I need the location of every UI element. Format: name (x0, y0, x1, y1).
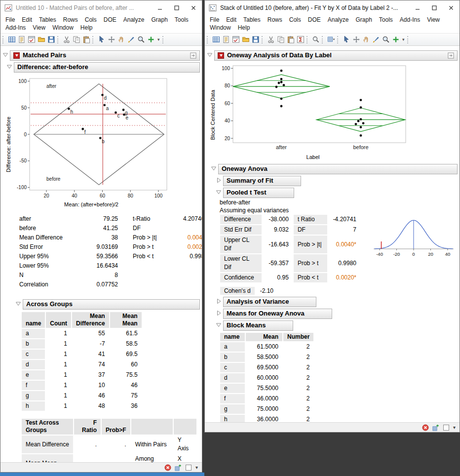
menu-doe[interactable]: DOE (100, 16, 120, 24)
plus-tool-icon[interactable] (146, 35, 156, 44)
dock-icon[interactable] (190, 52, 196, 59)
paste-icon[interactable] (81, 35, 91, 44)
minimize-button[interactable] (409, 0, 426, 15)
journal-icon[interactable] (17, 35, 27, 44)
menu-cols[interactable]: Cols (286, 16, 305, 24)
menu-rows[interactable]: Rows (264, 16, 286, 24)
move-tool-icon[interactable] (351, 35, 361, 44)
disclosure-open-icon[interactable] (216, 322, 222, 328)
menu-doe[interactable]: DOE (305, 16, 324, 24)
disclosure-open-icon[interactable] (6, 64, 13, 70)
platform-title-bar[interactable]: Oneway Analysis of Data By Label (214, 50, 458, 61)
platform-title-bar[interactable]: Matched Pairs (10, 50, 200, 61)
menu-graph[interactable]: Graph (148, 16, 171, 24)
copy-icon[interactable] (276, 35, 286, 44)
across-groups-title-bar[interactable]: Across Groups (23, 299, 200, 310)
summary-of-fit-title-bar[interactable]: Summary of Fit (223, 176, 301, 186)
status-caret-icon[interactable]: ▾ (453, 425, 456, 430)
menu-file[interactable]: File (2, 16, 18, 24)
hand-tool-icon[interactable] (116, 35, 126, 44)
titlebar[interactable]: Untitled 10 - Matched Pairs of before, a… (0, 0, 202, 15)
zoom-tool-icon[interactable] (136, 35, 146, 44)
hand-tool-icon[interactable] (361, 35, 371, 44)
menu-rows[interactable]: Rows (60, 16, 81, 24)
disclosure-open-icon[interactable] (211, 165, 217, 172)
disclosure-open-icon[interactable] (216, 189, 222, 196)
open-folder-icon[interactable] (241, 35, 251, 44)
red-triangle-menu-icon[interactable] (218, 52, 224, 59)
menu-cols[interactable]: Cols (81, 16, 100, 24)
save-icon[interactable] (251, 35, 261, 44)
toolbar-overflow-icon[interactable]: ▾ (156, 37, 161, 42)
arrow-tool-icon[interactable] (97, 35, 107, 44)
arrow-tool-icon[interactable] (342, 35, 351, 44)
block-means-title-bar[interactable]: Block Means (223, 320, 293, 331)
disclosure-open-icon[interactable] (2, 52, 9, 58)
pooled-t-test-title-bar[interactable]: Pooled t Test (223, 188, 294, 198)
minimize-button[interactable] (152, 0, 168, 15)
disclosure-open-icon[interactable] (15, 301, 22, 307)
menu-tools[interactable]: Tools (376, 16, 396, 24)
new-data-table-icon[interactable] (7, 35, 17, 44)
section-title-bar[interactable]: Difference: after-before (14, 62, 200, 73)
status-caret-icon[interactable]: ▾ (195, 465, 198, 470)
journal-icon[interactable] (221, 35, 231, 44)
clear-status-icon[interactable] (164, 464, 171, 471)
maximize-button[interactable] (426, 0, 443, 15)
menu-analyze[interactable]: Analyze (324, 16, 352, 24)
titlebar[interactable]: Stack of Untitled 10 (before, after) - F… (205, 0, 460, 15)
zoom-tool-icon[interactable] (381, 35, 391, 44)
open-folder-icon[interactable] (37, 35, 46, 44)
disclosure-open-icon[interactable] (207, 52, 213, 58)
menu-graph[interactable]: Graph (352, 16, 375, 24)
menu-window[interactable]: Window (206, 24, 234, 32)
new-data-table-icon[interactable] (211, 35, 221, 44)
maximize-button[interactable] (168, 0, 185, 15)
blank-checkbox-icon[interactable] (443, 424, 450, 431)
cut-icon[interactable] (62, 35, 72, 44)
cut-icon[interactable] (266, 35, 276, 44)
dock-icon[interactable] (448, 52, 454, 59)
table-link-icon[interactable] (432, 424, 439, 431)
menu-help[interactable]: Help (234, 24, 254, 32)
brush-tool-icon[interactable] (126, 35, 136, 44)
script-window-icon[interactable] (27, 35, 37, 44)
save-icon[interactable] (46, 35, 56, 44)
menu-tools[interactable]: Tools (171, 16, 192, 24)
menu-tables[interactable]: Tables (36, 16, 60, 24)
table-menu-icon[interactable] (326, 35, 336, 44)
menu-edit[interactable]: Edit (18, 16, 36, 24)
plus-tool-icon[interactable] (391, 35, 401, 44)
menu-addins[interactable]: Add-Ins (396, 16, 423, 24)
blank-checkbox-icon[interactable] (185, 464, 192, 471)
table-row: e13775.5 (21, 370, 142, 380)
brush-tool-icon[interactable] (371, 35, 381, 44)
disclosure-closed-icon[interactable] (216, 298, 222, 305)
move-tool-icon[interactable] (107, 35, 116, 44)
close-button[interactable] (185, 0, 202, 15)
menu-tables[interactable]: Tables (240, 16, 264, 24)
clear-status-icon[interactable] (422, 424, 429, 431)
analysis-of-variance-title-bar[interactable]: Analysis of Variance (223, 297, 316, 307)
script-window-icon[interactable] (231, 35, 241, 44)
disclosure-closed-icon[interactable] (216, 177, 222, 184)
menu-addins[interactable]: Add-Ins (2, 24, 29, 32)
paste-icon[interactable] (286, 35, 296, 44)
menu-view[interactable]: View (423, 16, 443, 24)
disclosure-closed-icon[interactable] (216, 310, 222, 317)
menu-analyze[interactable]: Analyze (120, 16, 148, 24)
menu-edit[interactable]: Edit (223, 16, 240, 24)
red-triangle-menu-icon[interactable] (13, 52, 20, 59)
toolbar-overflow-icon[interactable]: ▾ (401, 37, 406, 42)
formula-icon[interactable] (296, 35, 306, 44)
copy-icon[interactable] (72, 35, 81, 44)
means-for-oneway-title-bar[interactable]: Means for Oneway Anova (223, 309, 332, 319)
menu-view[interactable]: View (29, 24, 49, 32)
oneway-anova-title-bar[interactable]: Oneway Anova (218, 164, 458, 174)
menu-help[interactable]: Help (77, 24, 96, 32)
close-button[interactable] (443, 0, 460, 15)
table-link-icon[interactable] (175, 464, 182, 471)
menu-window[interactable]: Window (49, 24, 77, 32)
menu-file[interactable]: File (206, 16, 223, 24)
search-icon[interactable] (311, 35, 321, 44)
